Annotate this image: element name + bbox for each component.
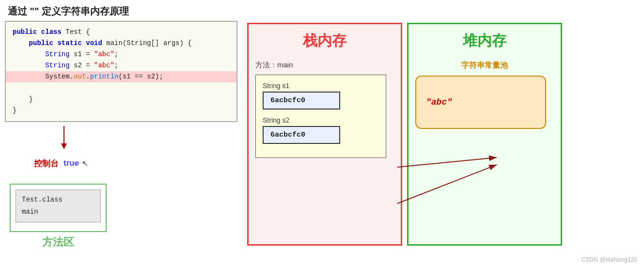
stack-var-s1: String s1 6acbcfc0 — [263, 82, 379, 110]
cursor-icon: ↖ — [82, 159, 88, 168]
stack-var-s2-box: 6acbcfc0 — [263, 126, 340, 144]
svg-marker-1 — [61, 143, 67, 149]
method-area-inner: Test.class main — [16, 189, 101, 222]
stack-var-s1-box: 6acbcfc0 — [263, 92, 340, 110]
watermark: CSDN @MaNong125 — [581, 256, 637, 263]
console-value: true — [63, 158, 79, 168]
console-label: 控制台 — [34, 158, 59, 169]
down-arrow-icon — [58, 126, 70, 150]
stack-title: 栈内存 — [255, 31, 394, 51]
console-area: 控制台 true ↖ — [34, 158, 88, 169]
string-pool-label: 字符串常量池 — [415, 61, 554, 71]
page-title: 通过 "" 定义字符串内存原理 — [0, 0, 644, 21]
method-area-section: Test.class main 方法区 — [10, 184, 107, 250]
heap-section: 堆内存 字符串常量池 "abc" — [407, 23, 562, 246]
stack-var-s1-label: String s1 — [263, 82, 379, 90]
string-pool-value: "abc" — [426, 97, 452, 107]
method-area-line1: Test.class — [22, 194, 94, 206]
code-box: public class Test { public static void m… — [5, 21, 237, 122]
stack-frame: String s1 6acbcfc0 String s2 6acbcfc0 — [255, 75, 386, 158]
stack-var-s2: String s2 6acbcfc0 — [263, 116, 379, 144]
string-pool-box: "abc" — [415, 76, 546, 129]
method-area-title: 方法区 — [42, 235, 74, 250]
stack-var-s2-label: String s2 — [263, 116, 379, 124]
stack-section: 栈内存 方法：main String s1 6acbcfc0 String s2… — [247, 23, 402, 246]
method-area-line2: main — [22, 206, 94, 218]
stack-method-label: 方法：main — [255, 61, 394, 70]
method-area-box: Test.class main — [10, 184, 107, 232]
heap-title: 堆内存 — [415, 31, 554, 51]
code-section: public class Test { public static void m… — [5, 21, 242, 250]
